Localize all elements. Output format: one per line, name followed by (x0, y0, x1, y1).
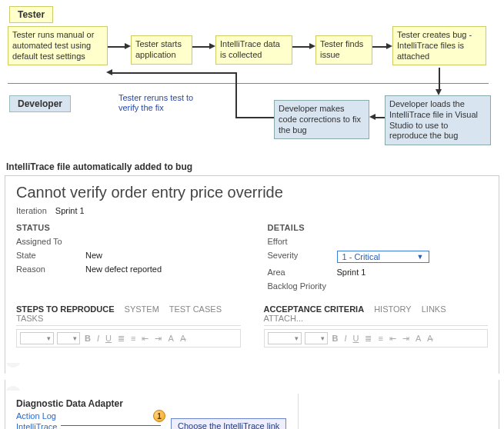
font-family-select-2[interactable]: ▾ (268, 332, 302, 344)
indent-button-2[interactable]: ⇥ (401, 334, 411, 344)
outdent-button[interactable]: ⇤ (140, 334, 150, 344)
tab-links[interactable]: LINKS (422, 304, 446, 314)
italic-button[interactable]: I (95, 334, 101, 343)
step-tester-run: Tester runs manual or automated test usi… (8, 26, 108, 65)
effort-label: Effort (268, 237, 337, 246)
list-ol-button[interactable]: ≡ (129, 334, 137, 343)
italic-button-2[interactable]: I (342, 334, 348, 343)
step-create-bug: Tester creates bug - IntelliTrace files … (392, 26, 486, 65)
workflow-diagram: Tester Developer Tester runs manual or a… (5, 5, 499, 158)
callout-badge: 1 (153, 410, 165, 422)
list-ol-button-2[interactable]: ≡ (376, 334, 384, 343)
iteration-label: Iteration (16, 206, 47, 215)
step-dev-fix: Developer makes code corrections to fix … (274, 100, 369, 139)
assignedto-label: Assigned To (16, 237, 85, 246)
reason-value[interactable]: New defect reported (85, 264, 162, 274)
backlog-label: Backlog Priority (268, 281, 337, 291)
step-find-issue: Tester finds issue (315, 35, 372, 65)
tab-steps[interactable]: STEPS TO REPRODUCE (16, 304, 115, 314)
iteration-value: Sprint 1 (55, 206, 85, 215)
area-label: Area (268, 268, 337, 277)
severity-label: Severity (268, 251, 337, 263)
dda-heading: Diagnostic Data Adapter (16, 398, 488, 409)
tab-testcases[interactable]: TEST CASES (169, 304, 222, 314)
state-label: State (16, 251, 85, 260)
status-column: STATUS Assigned To StateNew ReasonNew de… (16, 223, 237, 295)
list-ul-button[interactable]: ≣ (116, 334, 126, 344)
tabs-left: STEPS TO REPRODUCE SYSTEM TEST CASES TAS… (16, 304, 241, 348)
details-heading: DETAILS (268, 223, 489, 232)
role-tester: Tester (9, 6, 53, 23)
severity-select[interactable]: 1 - Critical ▼ (337, 251, 429, 263)
tabs-right: ACCEPTANCE CRITERIA HISTORY LINKS ATTACH… (264, 304, 489, 348)
details-column: DETAILS Effort Severity 1 - Critical ▼ A… (268, 223, 489, 295)
underline-button-2[interactable]: U (352, 334, 361, 343)
tab-history[interactable]: HISTORY (374, 304, 412, 314)
step-collect: IntelliTrace data is collected (215, 35, 292, 65)
list-ul-button-2[interactable]: ≣ (363, 334, 373, 344)
area-value[interactable]: Sprint 1 (337, 268, 366, 277)
chevron-down-icon: ▼ (417, 253, 424, 261)
dda-panel: Diagnostic Data Adapter Action Log Intel… (5, 391, 499, 429)
indent-button[interactable]: ⇥ (153, 334, 163, 344)
clear-format-button-2[interactable]: A̶ (426, 334, 435, 344)
torn-edge (5, 363, 499, 374)
outdent-button-2[interactable]: ⇤ (388, 334, 398, 344)
step-dev-load: Developer loads the IntelliTrace file in… (385, 95, 491, 145)
callout-text: Choose the IntelliTrace link (171, 418, 286, 429)
tab-attach[interactable]: ATTACH... (264, 314, 304, 323)
tab-tasks[interactable]: TASKS (16, 314, 43, 323)
iteration: Iteration Sprint 1 (16, 206, 488, 215)
font-color-button[interactable]: A (166, 334, 175, 343)
note-rerun: Tester reruns test to verify the fix (118, 93, 211, 113)
state-value[interactable]: New (85, 251, 102, 260)
bug-title: Cannot verify order entry price override (16, 184, 488, 201)
bold-button[interactable]: B (83, 334, 92, 343)
font-color-button-2[interactable]: A (414, 334, 422, 343)
severity-value: 1 - Critical (342, 252, 381, 261)
font-size-select[interactable]: ▾ (57, 332, 80, 344)
tab-acceptance[interactable]: ACCEPTANCE CRITERIA (264, 304, 365, 314)
status-heading: STATUS (16, 223, 237, 232)
font-family-select[interactable]: ▾ (20, 332, 54, 344)
role-developer: Developer (9, 95, 71, 112)
tab-system[interactable]: SYSTEM (125, 304, 159, 314)
bold-button-2[interactable]: B (331, 334, 340, 343)
rich-toolbar-left: ▾ ▾ B I U ≣ ≡ ⇤ ⇥ A A̶ (16, 329, 241, 348)
caption: IntelliTrace file automatically added to… (6, 161, 499, 172)
clear-format-button[interactable]: A̶ (179, 334, 188, 344)
step-tester-start: Tester starts application (131, 35, 192, 65)
rich-toolbar-right: ▾ ▾ B I U ≣ ≡ ⇤ ⇥ A A̶ (264, 329, 489, 348)
reason-label: Reason (16, 264, 85, 274)
torn-edge-2 (5, 380, 499, 391)
bug-panel: Cannot verify order entry price override… (5, 175, 499, 363)
underline-button[interactable]: U (104, 334, 113, 343)
font-size-select-2[interactable]: ▾ (305, 332, 328, 344)
